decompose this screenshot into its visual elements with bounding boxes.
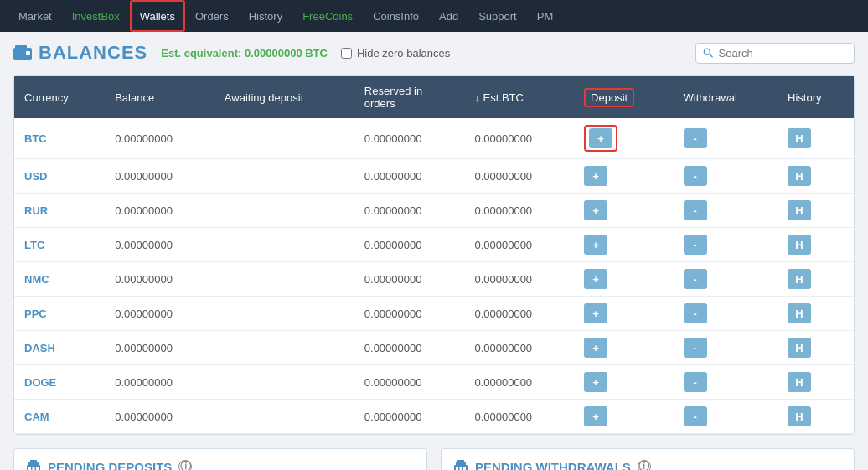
hide-zero-checkbox[interactable] xyxy=(341,48,352,59)
deposit-cell: + xyxy=(574,365,674,400)
deposit-plus-button[interactable]: + xyxy=(589,128,612,148)
awaiting-cell xyxy=(214,400,354,434)
nav-coinsinfo[interactable]: CoinsInfo xyxy=(363,0,429,32)
awaiting-cell xyxy=(214,159,354,194)
nav-freecoins[interactable]: FreeCoins xyxy=(292,0,363,32)
table-row: CAM 0.00000000 0.00000000 0.00000000 + -… xyxy=(14,400,854,434)
nav-orders[interactable]: Orders xyxy=(185,0,239,32)
deposit-col-label: Deposit xyxy=(584,88,634,107)
deposit-plus-button[interactable]: + xyxy=(584,269,607,289)
withdrawal-cell: - xyxy=(674,262,778,297)
balances-table: Currency Balance Awaiting deposit Reserv… xyxy=(14,76,854,434)
currency-link[interactable]: NMC xyxy=(24,273,49,286)
currency-cell: DOGE xyxy=(14,365,105,400)
balances-header: BALANCES Est. equivalent: 0.00000000 BTC… xyxy=(13,42,855,64)
pending-withdrawals-info-icon[interactable]: ⓘ xyxy=(638,460,651,470)
page-title: BALANCES xyxy=(39,42,147,64)
reserved-cell: 0.00000000 xyxy=(354,118,465,159)
withdrawal-minus-button[interactable]: - xyxy=(684,338,707,358)
svg-line-4 xyxy=(710,54,713,57)
table-row: RUR 0.00000000 0.00000000 0.00000000 + -… xyxy=(14,194,854,228)
history-h-button[interactable]: H xyxy=(788,235,811,255)
history-cell: H xyxy=(778,118,854,159)
currency-link[interactable]: PPC xyxy=(24,307,47,320)
deposit-plus-button[interactable]: + xyxy=(584,372,607,392)
pending-deposits-info-icon[interactable]: ⓘ xyxy=(178,460,192,470)
reserved-cell: 0.00000000 xyxy=(354,365,465,400)
balance-cell: 0.00000000 xyxy=(105,331,214,365)
history-h-button[interactable]: H xyxy=(788,200,811,220)
search-input[interactable] xyxy=(719,47,848,59)
deposit-plus-button[interactable]: + xyxy=(584,235,607,255)
deposit-cell: + xyxy=(574,159,674,194)
currency-link[interactable]: LTC xyxy=(24,239,44,251)
history-h-button[interactable]: H xyxy=(788,303,811,323)
history-h-button[interactable]: H xyxy=(788,406,811,426)
balance-cell: 0.00000000 xyxy=(105,159,214,194)
withdrawal-minus-button[interactable]: - xyxy=(684,235,707,255)
history-h-button[interactable]: H xyxy=(788,269,811,289)
history-cell: H xyxy=(778,159,854,194)
nav-pm[interactable]: PM xyxy=(527,0,564,32)
svg-rect-1 xyxy=(15,45,27,49)
col-balance: Balance xyxy=(105,76,214,118)
balance-cell: 0.00000000 xyxy=(105,118,214,159)
nav-support[interactable]: Support xyxy=(468,0,527,32)
withdrawal-minus-button[interactable]: - xyxy=(684,406,707,426)
withdrawal-cell: - xyxy=(674,297,778,331)
currency-link[interactable]: DASH xyxy=(24,342,55,354)
reserved-cell: 0.00000000 xyxy=(354,400,465,434)
currency-link[interactable]: BTC xyxy=(24,132,47,145)
estbtc-cell: 0.00000000 xyxy=(464,331,574,365)
bank-icon xyxy=(453,459,468,470)
nav-wallets[interactable]: Wallets xyxy=(130,0,185,32)
currency-cell: PPC xyxy=(14,297,105,331)
withdrawal-minus-button[interactable]: - xyxy=(684,128,707,148)
withdrawal-minus-button[interactable]: - xyxy=(684,166,707,186)
history-h-button[interactable]: H xyxy=(788,166,811,186)
nav-add[interactable]: Add xyxy=(429,0,468,32)
history-h-button[interactable]: H xyxy=(788,338,811,358)
estbtc-cell: 0.00000000 xyxy=(464,228,574,262)
history-h-button[interactable]: H xyxy=(788,372,811,392)
withdrawal-minus-button[interactable]: - xyxy=(684,303,707,323)
building-icon xyxy=(26,459,41,470)
table-row: USD 0.00000000 0.00000000 0.00000000 + -… xyxy=(14,159,854,194)
nav-market[interactable]: Market xyxy=(8,0,62,32)
awaiting-cell xyxy=(214,331,354,365)
deposit-cell: + xyxy=(574,228,674,262)
main-nav: Market InvestBox Wallets Orders History … xyxy=(0,0,868,32)
hide-zero-balances[interactable]: Hide zero balances xyxy=(341,47,450,59)
balance-cell: 0.00000000 xyxy=(105,297,214,331)
deposit-plus-button[interactable]: + xyxy=(584,338,607,358)
estbtc-cell: 0.00000000 xyxy=(464,365,574,400)
currency-link[interactable]: USD xyxy=(24,170,47,183)
currency-link[interactable]: CAM xyxy=(24,411,49,423)
table-header-row: Currency Balance Awaiting deposit Reserv… xyxy=(14,76,854,118)
currency-cell: BTC xyxy=(14,118,105,159)
withdrawal-cell: - xyxy=(674,228,778,262)
nav-investbox[interactable]: InvestBox xyxy=(62,0,130,32)
search-icon xyxy=(703,47,714,59)
withdrawal-minus-button[interactable]: - xyxy=(684,372,707,392)
withdrawal-minus-button[interactable]: - xyxy=(684,200,707,220)
withdrawal-cell: - xyxy=(674,194,778,228)
history-cell: H xyxy=(778,194,854,228)
pending-withdrawals-title: PENDING WITHDRAWALS ⓘ xyxy=(453,459,842,470)
pending-withdrawals-panel: PENDING WITHDRAWALS ⓘ Date Currency Amou… xyxy=(441,448,855,470)
withdrawal-minus-button[interactable]: - xyxy=(684,269,707,289)
deposit-plus-button[interactable]: + xyxy=(584,200,607,220)
deposit-plus-button[interactable]: + xyxy=(584,406,607,426)
search-box[interactable] xyxy=(695,43,855,64)
withdrawal-cell: - xyxy=(674,365,778,400)
deposit-plus-button[interactable]: + xyxy=(584,166,607,186)
deposit-plus-button[interactable]: + xyxy=(584,303,607,323)
withdrawal-cell: - xyxy=(674,159,778,194)
estbtc-cell: 0.00000000 xyxy=(464,400,574,434)
nav-history[interactable]: History xyxy=(239,0,292,32)
currency-link[interactable]: DOGE xyxy=(24,376,56,389)
history-h-button[interactable]: H xyxy=(788,128,811,148)
currency-link[interactable]: RUR xyxy=(24,204,48,217)
history-cell: H xyxy=(778,400,854,434)
estbtc-cell: 0.00000000 xyxy=(464,118,574,159)
